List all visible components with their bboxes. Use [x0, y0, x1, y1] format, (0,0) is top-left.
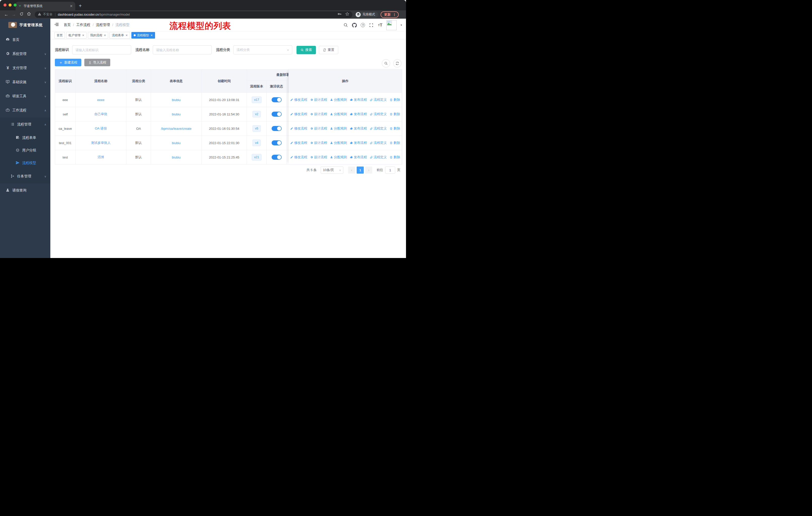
process-definition-link[interactable]: 流程定义	[370, 141, 387, 145]
modify-process-link[interactable]: 修改流程	[290, 155, 307, 160]
design-process-link[interactable]: 设计流程	[310, 98, 327, 102]
process-name-link[interactable]: 测试多审批人	[91, 141, 111, 145]
breadcrumb-home[interactable]: 首页	[64, 23, 71, 27]
prev-page-button[interactable]: ‹	[348, 166, 355, 173]
sidebar-item-process-model[interactable]: 流程模型	[0, 157, 50, 169]
font-size-icon[interactable]: TT	[378, 23, 383, 28]
sidebar-item-workflow[interactable]: 工作流程 ∧	[0, 103, 50, 117]
search-icon[interactable]	[343, 23, 348, 28]
tag-tenant[interactable]: 租户管理✕	[66, 32, 87, 38]
avatar-caret-icon[interactable]: ▾	[401, 23, 402, 27]
reset-button[interactable]: 重置	[319, 46, 338, 54]
security-label[interactable]: 不安全	[43, 12, 53, 17]
design-process-link[interactable]: 设计流程	[310, 155, 327, 160]
browser-tab[interactable]: 芋道管理系统 ✕	[16, 2, 75, 10]
active-toggle[interactable]	[271, 97, 282, 102]
close-icon[interactable]: ✕	[150, 34, 153, 37]
tag-process-model[interactable]: 流程模型✕	[132, 32, 155, 38]
window-minimize-button[interactable]	[8, 3, 11, 6]
home-icon[interactable]	[25, 12, 33, 17]
design-process-link[interactable]: 设计流程	[310, 141, 327, 145]
modify-process-link[interactable]: 修改流程	[290, 141, 307, 145]
publish-process-link[interactable]: 发布流程	[350, 141, 367, 145]
assign-rule-link[interactable]: 分配规则	[330, 98, 347, 102]
forward-icon[interactable]: →	[10, 12, 18, 17]
active-toggle[interactable]	[271, 155, 282, 160]
delete-link[interactable]: 删除	[389, 126, 400, 131]
key-icon[interactable]	[337, 12, 342, 17]
sidebar-item-leave-query[interactable]: 请假查询	[0, 184, 50, 197]
category-select[interactable]: 流程分类 ∨	[233, 45, 292, 54]
import-process-button[interactable]: 导入流程	[84, 59, 110, 66]
sidebar-item-task-mgmt[interactable]: 任务管理 ∨	[0, 169, 50, 184]
sidebar-item-user-group[interactable]: 用户分组	[0, 144, 50, 157]
form-info-link[interactable]: biubiu	[172, 98, 181, 102]
sidebar-item-devtools[interactable]: 研发工具 ∨	[0, 89, 50, 103]
delete-link[interactable]: 删除	[389, 98, 400, 102]
sidebar-item-infra[interactable]: 基础设施 ∨	[0, 75, 50, 89]
assign-rule-link[interactable]: 分配规则	[330, 141, 347, 145]
page-number[interactable]: 1	[357, 166, 364, 173]
close-icon[interactable]: ✕	[125, 34, 127, 37]
process-name-link[interactable]: 滔博	[98, 155, 104, 159]
process-definition-link[interactable]: 流程定义	[370, 126, 387, 131]
sidebar-item-process-mgmt[interactable]: 流程管理 ∧	[0, 117, 50, 132]
address-bar[interactable]: 不安全 dashboard.yudao.iocoder.cn/bpm/manag…	[35, 11, 352, 18]
form-info-link[interactable]: biubiu	[172, 156, 181, 159]
process-definition-link[interactable]: 流程定义	[370, 112, 387, 116]
assign-rule-link[interactable]: 分配规则	[330, 126, 347, 131]
close-icon[interactable]: ✕	[82, 34, 84, 37]
window-close-button[interactable]	[3, 3, 6, 6]
window-zoom-button[interactable]	[13, 3, 17, 6]
avatar[interactable]	[386, 20, 397, 30]
process-name-link[interactable]: eeee	[97, 98, 105, 102]
publish-process-link[interactable]: 发布流程	[350, 126, 367, 131]
active-toggle[interactable]	[271, 140, 282, 145]
process-definition-link[interactable]: 流程定义	[370, 155, 387, 160]
bookmark-star-icon[interactable]	[345, 12, 349, 17]
show-search-icon[interactable]	[382, 59, 390, 67]
help-icon[interactable]: ?	[361, 23, 365, 27]
process-name-input[interactable]	[156, 48, 208, 52]
github-icon[interactable]	[352, 23, 357, 28]
delete-link[interactable]: 删除	[389, 112, 400, 116]
sidebar-item-home[interactable]: 首页	[0, 33, 50, 47]
next-page-button[interactable]: ›	[365, 166, 372, 173]
breadcrumb-workflow[interactable]: 工作流程	[76, 23, 90, 27]
form-info-link[interactable]: /bpm/oa/leave/create	[161, 127, 191, 131]
publish-process-link[interactable]: 发布流程	[350, 112, 367, 116]
publish-process-link[interactable]: 发布流程	[350, 98, 367, 102]
page-size-select[interactable]: 10条/页 ∨	[321, 166, 343, 173]
refresh-icon[interactable]	[393, 59, 402, 67]
sidebar-item-payment[interactable]: ¥ 支付管理 ∨	[0, 61, 50, 75]
form-info-link[interactable]: biubiu	[172, 112, 181, 116]
design-process-link[interactable]: 设计流程	[310, 112, 327, 116]
close-icon[interactable]: ✕	[104, 34, 106, 37]
sidebar-item-process-form[interactable]: 流程表单	[0, 132, 50, 144]
publish-process-link[interactable]: 发布流程	[350, 155, 367, 160]
delete-link[interactable]: 删除	[389, 141, 400, 145]
form-info-link[interactable]: biubiu	[172, 141, 181, 145]
create-process-button[interactable]: ＋ 新建流程	[55, 59, 81, 66]
process-definition-link[interactable]: 流程定义	[370, 98, 387, 102]
new-tab-button[interactable]: +	[79, 3, 82, 9]
design-process-link[interactable]: 设计流程	[310, 126, 327, 131]
process-name-link[interactable]: 自己审批	[94, 112, 108, 116]
sidebar-collapse-icon[interactable]	[54, 22, 59, 28]
browser-update-button[interactable]: 更新 ⋮	[381, 11, 399, 18]
browser-menu-icon[interactable]: ⋮	[393, 12, 396, 17]
modify-process-link[interactable]: 修改流程	[290, 112, 307, 116]
sidebar-item-system[interactable]: 系统管理 ∨	[0, 47, 50, 61]
modify-process-link[interactable]: 修改流程	[290, 126, 307, 131]
assign-rule-link[interactable]: 分配规则	[330, 155, 347, 160]
process-name-link[interactable]: OA 请假	[95, 127, 107, 130]
active-toggle[interactable]	[271, 112, 282, 117]
delete-link[interactable]: 删除	[389, 155, 400, 160]
tag-my-process[interactable]: 我的流程✕	[88, 32, 108, 38]
goto-page-input[interactable]	[385, 166, 395, 173]
active-toggle[interactable]	[271, 126, 282, 131]
back-icon[interactable]: ←	[2, 12, 10, 17]
assign-rule-link[interactable]: 分配规则	[330, 112, 347, 116]
tab-close-icon[interactable]: ✕	[70, 4, 73, 8]
search-button[interactable]: 搜索	[296, 46, 316, 54]
